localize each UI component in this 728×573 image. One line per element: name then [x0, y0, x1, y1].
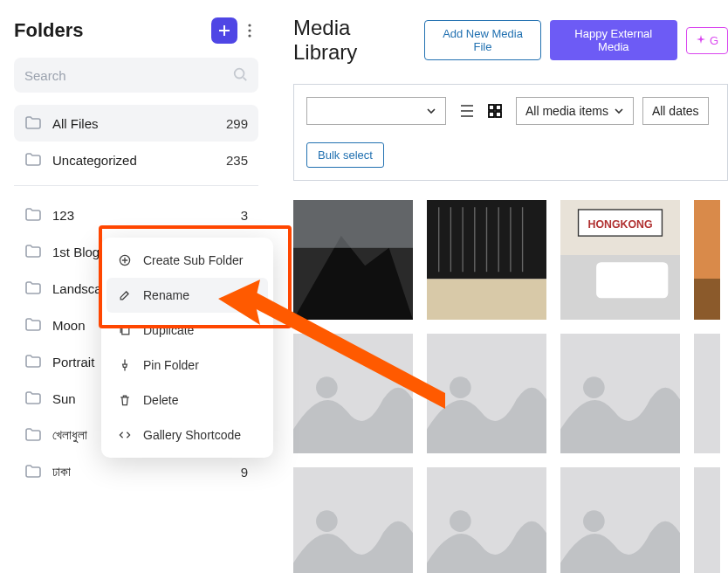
context-item-label: Pin Folder — [143, 358, 199, 372]
context-menu: Create Sub FolderRenameDuplicatePin Fold… — [101, 238, 273, 458]
context-item-label: Create Sub Folder — [143, 253, 243, 267]
external-media-button[interactable]: Happy External Media — [550, 20, 677, 60]
folder-icon — [24, 206, 42, 224]
folder-icon — [24, 426, 42, 444]
sidebar-item-label: Uncategorized — [52, 153, 226, 168]
svg-point-29 — [316, 376, 338, 398]
folder-icon — [24, 114, 42, 132]
media-thumb[interactable] — [694, 467, 720, 573]
media-thumb[interactable]: HONGKONG — [560, 200, 680, 320]
folder-icon — [24, 353, 42, 370]
trash-icon — [115, 393, 134, 407]
chevron-down-icon — [614, 106, 624, 116]
filter-panel: All media items All dates Bulk select — [293, 84, 728, 181]
svg-rect-10 — [293, 200, 413, 248]
folder-filter-select[interactable] — [306, 97, 446, 125]
context-delete[interactable]: Delete — [106, 383, 268, 418]
svg-point-3 — [235, 68, 244, 78]
sidebar-folder-count: 9 — [241, 465, 248, 480]
media-thumb[interactable] — [293, 200, 413, 320]
context-item-label: Delete — [143, 393, 178, 407]
svg-point-31 — [450, 376, 471, 398]
sidebar-item-uncategorized[interactable]: Uncategorized235 — [14, 142, 258, 178]
media-thumb[interactable] — [293, 467, 413, 573]
search-icon — [232, 66, 248, 85]
folder-icon — [24, 243, 42, 260]
svg-point-0 — [248, 24, 251, 26]
svg-rect-6 — [489, 112, 494, 117]
media-thumb[interactable] — [694, 334, 720, 453]
context-item-label: Gallery Shortcode — [143, 428, 241, 442]
page-title: Media Library — [293, 16, 410, 65]
sidebar-item-count: 299 — [226, 116, 248, 131]
svg-rect-27 — [694, 279, 720, 320]
svg-rect-43 — [122, 328, 129, 335]
context-rename[interactable]: Rename — [106, 278, 268, 313]
folder-icon — [24, 316, 42, 334]
media-type-label: All media items — [525, 104, 608, 118]
svg-rect-4 — [489, 105, 494, 110]
edit-icon — [115, 288, 134, 302]
context-item-label: Duplicate — [143, 323, 194, 337]
media-thumb[interactable] — [560, 334, 680, 453]
media-thumb[interactable] — [427, 467, 546, 573]
media-thumb[interactable] — [560, 467, 680, 573]
svg-point-36 — [316, 510, 338, 532]
list-icon — [459, 103, 475, 119]
sidebar-item-count: 235 — [226, 153, 248, 168]
list-view-button[interactable] — [455, 99, 479, 123]
sidebar-folder-label: ঢাকা — [52, 464, 241, 480]
svg-rect-26 — [694, 200, 720, 279]
sidebar-folder-count: 3 — [241, 208, 248, 223]
svg-rect-41 — [694, 467, 720, 555]
sparkle-icon — [696, 35, 706, 45]
context-gallery-shortcode[interactable]: Gallery Shortcode — [106, 418, 268, 452]
media-thumb[interactable] — [427, 334, 546, 453]
svg-point-33 — [583, 376, 605, 398]
media-thumb[interactable] — [427, 200, 546, 320]
chevron-down-icon — [426, 106, 436, 116]
dates-select[interactable]: All dates — [642, 97, 709, 125]
context-duplicate[interactable]: Duplicate — [106, 313, 268, 348]
folder-icon — [24, 463, 42, 480]
add-media-button[interactable]: Add New Media File — [424, 20, 540, 60]
media-grid: HONGKONG — [293, 200, 728, 573]
search-input-wrapper[interactable] — [14, 58, 258, 93]
bulk-select-button[interactable]: Bulk select — [306, 142, 384, 168]
sidebar-title: Folders — [14, 19, 211, 42]
context-item-label: Rename — [143, 288, 189, 302]
svg-point-38 — [450, 510, 471, 532]
svg-point-40 — [583, 510, 605, 532]
media-thumb[interactable] — [293, 334, 413, 453]
svg-rect-34 — [694, 334, 720, 421]
sidebar-item-label: All Files — [52, 116, 226, 131]
sidebar-item-all-files[interactable]: All Files299 — [14, 105, 258, 142]
svg-point-1 — [248, 29, 251, 31]
grid-view-button[interactable] — [483, 99, 507, 123]
sidebar-folder[interactable]: ঢাকা9 — [14, 453, 258, 490]
sidebar-more-button[interactable] — [241, 17, 258, 44]
context-create-sub-folder[interactable]: Create Sub Folder — [106, 243, 268, 278]
main-content: Media Library Add New Media File Happy E… — [272, 0, 728, 573]
media-type-select[interactable]: All media items — [516, 97, 634, 125]
plus-icon — [218, 24, 230, 37]
pin-icon — [115, 358, 134, 372]
add-folder-button[interactable] — [211, 17, 237, 44]
sidebar-folder-label: 123 — [52, 208, 241, 223]
grid-icon — [487, 103, 503, 119]
svg-rect-7 — [496, 112, 501, 117]
svg-rect-5 — [496, 105, 501, 110]
code-icon — [115, 428, 134, 442]
search-input[interactable] — [24, 68, 232, 83]
folder-icon — [24, 390, 42, 407]
folder-icon — [24, 280, 42, 297]
generate-button[interactable]: G — [686, 27, 728, 54]
dates-label: All dates — [652, 104, 699, 118]
divider — [14, 185, 258, 186]
generate-label: G — [710, 34, 718, 47]
sidebar-folder[interactable]: 1233 — [14, 197, 258, 233]
more-vertical-icon — [248, 24, 251, 38]
media-thumb[interactable] — [694, 200, 720, 320]
context-pin-folder[interactable]: Pin Folder — [106, 348, 268, 383]
copy-icon — [115, 323, 134, 337]
